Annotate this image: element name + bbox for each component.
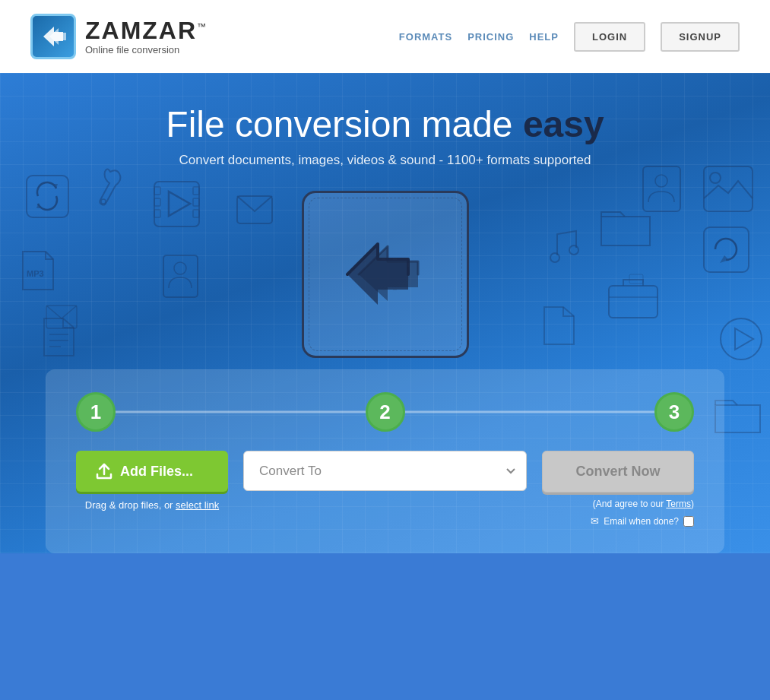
step-3-circle: 3 xyxy=(654,392,694,432)
svg-line-36 xyxy=(351,270,355,272)
select-link[interactable]: select link xyxy=(176,499,219,511)
drag-drop-text: Drag & drop files, or select link xyxy=(76,499,228,511)
conversion-form: 1 2 3 Add Files... Drag & drop files xyxy=(46,369,724,553)
login-button[interactable]: LOGIN xyxy=(574,22,645,52)
hero-title: File conversion made easy xyxy=(0,103,770,145)
hero-subtitle: Convert documents, images, videos & soun… xyxy=(0,153,770,168)
hero-section: File conversion made easy Convert docume… xyxy=(0,73,770,553)
logo-name: ZAMZAR™ xyxy=(85,18,208,43)
email-checkbox[interactable] xyxy=(683,516,694,527)
logo-text: ZAMZAR™ Online file conversion xyxy=(85,18,208,55)
logo-area: ZAMZAR™ Online file conversion xyxy=(30,14,208,59)
nav: FORMATS PRICING HELP LOGIN SIGNUP xyxy=(399,22,740,52)
convert-to-select[interactable]: Convert To PDF JPG PNG MP3 MP4 DOCX xyxy=(243,451,527,491)
svg-marker-35 xyxy=(359,246,418,301)
svg-marker-34 xyxy=(347,244,408,305)
step-2-circle: 2 xyxy=(366,392,405,432)
terms-link[interactable]: Terms xyxy=(666,499,691,509)
convert-now-button[interactable]: Convert Now xyxy=(542,451,694,493)
svg-point-26 xyxy=(655,175,667,187)
hero-logo-box xyxy=(302,191,469,358)
logo-icon xyxy=(30,14,76,59)
email-icon: ✉ xyxy=(591,515,599,527)
email-row: ✉ Email when done? xyxy=(591,515,694,527)
nav-help[interactable]: HELP xyxy=(529,31,559,43)
upload-icon xyxy=(96,463,112,480)
step3-area: Convert Now (And agree to our Terms) ✉ E… xyxy=(542,451,694,527)
step-1-circle: 1 xyxy=(76,392,116,432)
svg-line-38 xyxy=(372,251,375,254)
terms-text: (And agree to our Terms) xyxy=(593,499,694,509)
signup-button[interactable]: SIGNUP xyxy=(661,22,740,52)
nav-pricing[interactable]: PRICING xyxy=(467,31,514,43)
logo-tagline: Online file conversion xyxy=(85,44,208,55)
svg-point-22 xyxy=(710,173,721,183)
steps-row: 1 2 3 xyxy=(76,392,694,432)
add-files-button[interactable]: Add Files... xyxy=(76,451,228,492)
svg-line-37 xyxy=(363,261,366,263)
step2-area: Convert To PDF JPG PNG MP3 MP4 DOCX xyxy=(243,451,527,491)
step1-area: Add Files... Drag & drop files, or selec… xyxy=(76,451,228,511)
form-controls: Add Files... Drag & drop files, or selec… xyxy=(76,451,694,527)
nav-formats[interactable]: FORMATS xyxy=(399,31,452,43)
header: ZAMZAR™ Online file conversion FORMATS P… xyxy=(0,0,770,73)
